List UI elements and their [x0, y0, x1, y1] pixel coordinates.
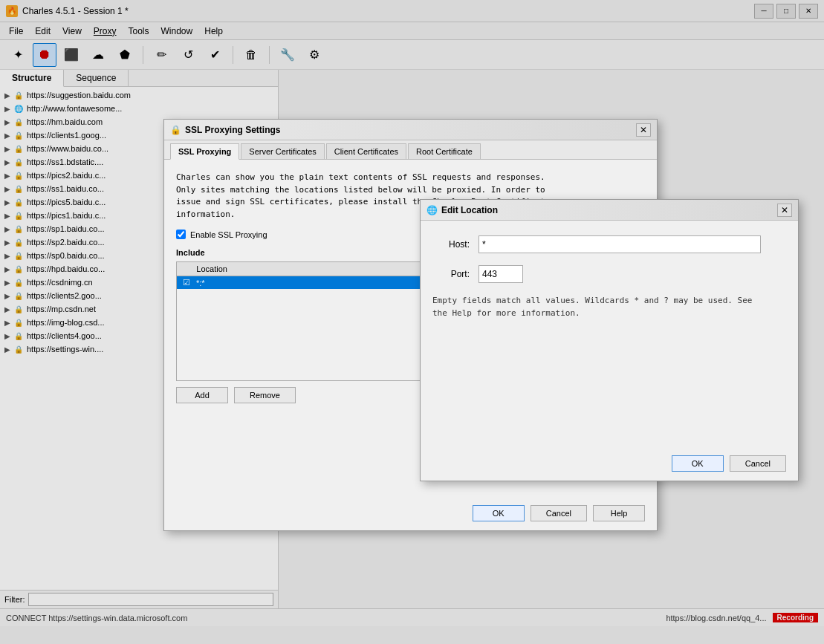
ssl-dialog-footer-buttons: OK Cancel Help	[473, 505, 645, 521]
edit-dialog-icon: 🌐	[426, 205, 437, 215]
ssl-ok-button[interactable]: OK	[473, 505, 525, 521]
host-input[interactable]	[478, 235, 761, 253]
ssl-dialog-icon: 🔒	[170, 125, 181, 135]
ssl-dialog-title-bar: 🔒 SSL Proxying Settings ✕	[164, 120, 657, 140]
edit-dialog-close-button[interactable]: ✕	[777, 204, 792, 217]
ssl-tab-server-certs[interactable]: Server Certificates	[241, 143, 324, 159]
location-value: *:*	[196, 279, 205, 287]
ssl-cancel-button[interactable]: Cancel	[531, 505, 587, 521]
ssl-tab-ssl-proxying[interactable]: SSL Proxying	[170, 143, 239, 160]
ssl-tab-client-certs[interactable]: Client Certificates	[326, 143, 406, 159]
enable-ssl-proxying-label: Enable SSL Proxying	[190, 230, 267, 239]
host-label: Host:	[432, 239, 470, 250]
edit-hint-text: Empty fields match all values. Wildcards…	[432, 295, 786, 319]
edit-dialog-title: Edit Location	[441, 205, 777, 215]
ssl-help-button[interactable]: Help	[593, 505, 645, 521]
enable-ssl-proxying-checkbox[interactable]	[176, 230, 186, 239]
edit-dialog-content: Host: Port: Empty fields match all value…	[421, 221, 798, 340]
remove-location-button[interactable]: Remove	[234, 387, 296, 403]
port-label: Port:	[432, 269, 470, 279]
row-checkbox: ☑	[183, 278, 190, 287]
edit-location-dialog: 🌐 Edit Location ✕ Host: Port: Empty fiel…	[420, 199, 799, 481]
port-input[interactable]	[478, 265, 523, 283]
add-location-button[interactable]: Add	[176, 387, 228, 403]
edit-ok-button[interactable]: OK	[672, 455, 724, 472]
host-field-row: Host:	[432, 235, 786, 253]
edit-cancel-button[interactable]: Cancel	[730, 455, 786, 472]
ssl-dialog-tabs: SSL Proxying Server Certificates Client …	[164, 140, 657, 160]
ssl-dialog-close-button[interactable]: ✕	[636, 123, 651, 137]
ssl-dialog-title: SSL Proxying Settings	[185, 125, 636, 135]
port-field-row: Port:	[432, 265, 786, 283]
edit-dialog-title-bar: 🌐 Edit Location ✕	[421, 200, 798, 221]
edit-dialog-footer-buttons: OK Cancel	[672, 455, 786, 472]
ssl-tab-root-cert[interactable]: Root Certificate	[408, 143, 481, 159]
